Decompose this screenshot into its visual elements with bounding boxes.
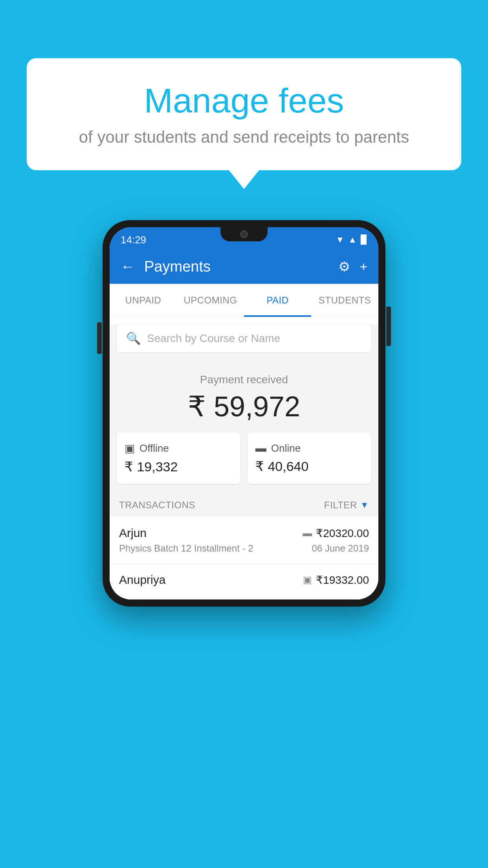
online-label: Online <box>271 442 301 454</box>
online-card: ▬ Online ₹ 40,640 <box>248 432 371 484</box>
search-icon: 🔍 <box>126 331 141 345</box>
transaction-row[interactable]: Arjun ▬ ₹20320.00 Physics Batch 12 Insta… <box>110 517 378 564</box>
online-amount: ₹ 40,640 <box>255 458 363 474</box>
bubble-subtitle: of your students and send receipts to pa… <box>58 128 430 147</box>
transaction-row1: Arjun ▬ ₹20320.00 <box>119 526 369 540</box>
payment-received-section: Payment received ₹ 59,972 <box>110 359 378 432</box>
settings-icon[interactable]: ⚙ <box>338 259 350 274</box>
offline-card-header: ▣ Offline <box>125 442 233 455</box>
transaction-amount: ₹19332.00 <box>316 574 369 587</box>
search-input[interactable]: Search by Course or Name <box>147 332 280 345</box>
offline-payment-icon: ▣ <box>303 574 312 585</box>
wallet-icon: ▣ <box>125 442 135 455</box>
payment-cards: ▣ Offline ₹ 19,332 ▬ Online ₹ 40,640 <box>110 432 378 493</box>
bubble-title: Manage fees <box>58 82 430 120</box>
transaction-name: Anupriya <box>119 573 165 587</box>
battery-icon: ▉ <box>361 235 367 245</box>
phone-mockup: 14:29 ▼ ▲ ▉ ← Payments ⚙ + UNPAID <box>103 220 385 607</box>
filter-button[interactable]: FILTER ▼ <box>324 500 369 511</box>
offline-card: ▣ Offline ₹ 19,332 <box>117 432 240 484</box>
promo-section: Manage fees of your students and send re… <box>27 58 461 170</box>
app-bar: ← Payments ⚙ + <box>110 249 378 284</box>
phone-camera <box>240 230 248 238</box>
transaction-amount-row: ▬ ₹20320.00 <box>303 527 369 540</box>
transaction-row[interactable]: Anupriya ▣ ₹19332.00 <box>110 564 378 600</box>
transaction-row2: Physics Batch 12 Installment - 2 06 June… <box>119 543 369 554</box>
transaction-row1: Anupriya ▣ ₹19332.00 <box>119 573 369 587</box>
signal-icon: ▲ <box>348 235 357 245</box>
speech-bubble: Manage fees of your students and send re… <box>27 58 461 170</box>
online-card-header: ▬ Online <box>255 442 363 454</box>
content-area: 🔍 Search by Course or Name Payment recei… <box>110 324 378 600</box>
payment-received-amount: ₹ 59,972 <box>117 390 371 423</box>
payment-received-label: Payment received <box>117 373 371 386</box>
back-button[interactable]: ← <box>121 258 135 275</box>
tab-upcoming[interactable]: UPCOMING <box>177 284 244 317</box>
phone-screen: 14:29 ▼ ▲ ▉ ← Payments ⚙ + UNPAID <box>110 227 378 600</box>
transactions-header: TRANSACTIONS FILTER ▼ <box>110 493 378 517</box>
offline-label: Offline <box>139 442 169 454</box>
tab-unpaid[interactable]: UNPAID <box>110 284 177 317</box>
offline-amount: ₹ 19,332 <box>125 459 233 474</box>
transactions-label: TRANSACTIONS <box>119 500 195 511</box>
phone-outer: 14:29 ▼ ▲ ▉ ← Payments ⚙ + UNPAID <box>103 220 385 607</box>
status-icons: ▼ ▲ ▉ <box>336 235 367 245</box>
app-title: Payments <box>144 258 329 275</box>
app-bar-actions: ⚙ + <box>338 259 367 274</box>
online-payment-icon: ▬ <box>303 528 312 539</box>
search-bar[interactable]: 🔍 Search by Course or Name <box>117 324 371 352</box>
phone-notch <box>220 227 268 241</box>
transaction-amount: ₹20320.00 <box>316 527 369 540</box>
add-icon[interactable]: + <box>360 259 367 274</box>
credit-card-icon: ▬ <box>255 442 266 454</box>
transaction-amount-row: ▣ ₹19332.00 <box>303 574 369 587</box>
transaction-name: Arjun <box>119 526 147 540</box>
tab-paid[interactable]: PAID <box>244 284 311 317</box>
transaction-date: 06 June 2019 <box>312 543 369 554</box>
filter-label: FILTER <box>324 500 357 511</box>
status-time: 14:29 <box>121 234 146 246</box>
wifi-icon: ▼ <box>336 235 344 245</box>
filter-icon: ▼ <box>360 500 369 510</box>
tab-students[interactable]: STUDENTS <box>311 284 378 317</box>
transaction-course: Physics Batch 12 Installment - 2 <box>119 543 253 554</box>
tabs: UNPAID UPCOMING PAID STUDENTS <box>110 284 378 317</box>
